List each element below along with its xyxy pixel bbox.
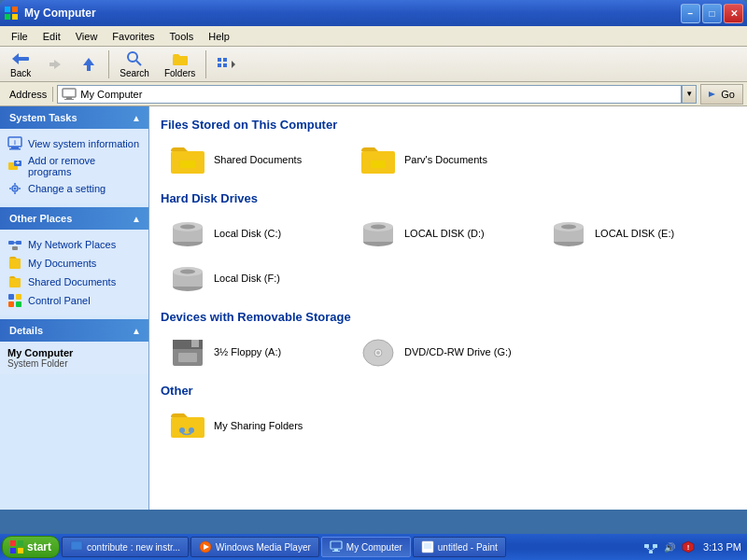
local-disk-d-item[interactable]: LOCAL DISK (D:) — [351, 213, 538, 254]
cdrom-icon — [359, 336, 397, 368]
cdrom-item[interactable]: DVD/CD-RW Drive (G:) — [351, 331, 538, 372]
search-icon — [125, 50, 144, 67]
shared-documents-icon — [169, 144, 206, 175]
menu-view[interactable]: View — [68, 29, 106, 44]
shared-documents-item[interactable]: Shared Documents — [161, 139, 347, 180]
local-disk-c-label: Local Disk (C:) — [214, 228, 281, 239]
title-bar: My Computer − □ ✕ — [0, 0, 747, 26]
menu-help[interactable]: Help — [201, 29, 237, 44]
sidebar-item-control-panel[interactable]: Control Panel — [4, 291, 145, 310]
sharing-folders-icon — [169, 410, 206, 441]
search-button[interactable]: Search — [113, 48, 156, 81]
svg-rect-82 — [331, 541, 342, 549]
details-section: Details ▲ My Computer System Folder — [0, 319, 148, 374]
menu-edit[interactable]: Edit — [35, 29, 68, 44]
stored-items-row: Shared Documents Parv's Documents — [161, 139, 736, 180]
sharing-folders-item[interactable]: My Sharing Folders — [161, 405, 347, 446]
svg-text:i: i — [14, 139, 16, 146]
svg-rect-87 — [644, 544, 649, 548]
other-places-header[interactable]: Other Places ▲ — [0, 207, 148, 230]
svg-rect-7 — [49, 63, 56, 66]
system-tasks-header[interactable]: System Tasks ▲ — [0, 106, 148, 129]
views-button[interactable] — [210, 53, 242, 76]
floppy-item[interactable]: 3½ Floppy (A:) — [161, 331, 347, 372]
add-remove-icon: + — [7, 159, 22, 174]
taskbar-btn-mediaplayer[interactable]: Windows Media Player — [190, 537, 319, 557]
svg-rect-13 — [218, 58, 221, 62]
local-disk-e-label: LOCAL DISK (E:) — [595, 228, 674, 239]
start-label: start — [27, 540, 51, 553]
taskbar-btn-contribute[interactable]: contribute : new instr... — [62, 537, 189, 557]
views-icon — [217, 56, 235, 73]
address-dropdown[interactable]: ▼ — [682, 85, 697, 104]
menu-tools[interactable]: Tools — [162, 29, 202, 44]
system-tasks-collapse-icon: ▲ — [132, 113, 141, 123]
svg-marker-17 — [232, 61, 235, 68]
local-disk-e-item[interactable]: LOCAL DISK (E:) — [542, 213, 728, 254]
svg-rect-68 — [178, 353, 197, 362]
settings-icon — [7, 181, 22, 196]
main-layout: System Tasks ▲ i View system information — [0, 106, 747, 510]
back-label: Back — [10, 68, 31, 78]
svg-rect-1 — [12, 7, 18, 12]
back-button[interactable]: Back — [4, 48, 37, 81]
svg-rect-18 — [63, 89, 76, 97]
toolbar-sep-1 — [108, 50, 109, 78]
sidebar-item-view-system[interactable]: i View system information — [4, 134, 145, 153]
address-input[interactable]: My Computer — [57, 85, 682, 104]
floppy-icon — [169, 336, 206, 368]
computer-small-icon — [62, 88, 77, 101]
sidebar-item-add-remove[interactable]: + Add or remove programs — [4, 153, 145, 179]
folders-button[interactable]: Folders — [158, 48, 202, 81]
svg-point-52 — [180, 225, 195, 230]
svg-text:+: + — [16, 159, 21, 167]
local-disk-c-item[interactable]: Local Disk (C:) — [161, 213, 347, 254]
svg-rect-3 — [12, 14, 18, 20]
details-collapse-icon: ▲ — [132, 326, 141, 336]
menu-file[interactable]: File — [4, 29, 35, 44]
close-button[interactable]: ✕ — [724, 4, 743, 23]
minimize-button[interactable]: − — [681, 4, 700, 23]
sidebar-item-shared-docs[interactable]: Shared Documents — [4, 273, 145, 291]
taskbar-btn-paint[interactable]: untitled - Paint — [413, 537, 506, 557]
svg-point-30 — [14, 188, 17, 190]
local-disk-f-label: Local Disk (F:) — [214, 273, 280, 284]
local-disk-f-item[interactable]: Local Disk (F:) — [161, 258, 347, 299]
window-icon — [4, 6, 19, 21]
svg-marker-8 — [83, 58, 94, 65]
add-remove-label: Add or remove programs — [28, 155, 141, 177]
go-button[interactable]: Go — [700, 84, 743, 105]
maximize-button[interactable]: □ — [702, 4, 722, 23]
start-button[interactable]: start — [2, 536, 60, 558]
other-items-row: My Sharing Folders — [161, 405, 736, 446]
forward-button[interactable] — [39, 53, 71, 76]
sidebar-item-network[interactable]: My Network Places — [4, 235, 145, 254]
toolbar: Back Search — [0, 47, 747, 82]
taskbar: start contribute : new instr... Windows … — [0, 534, 747, 560]
view-system-label: View system information — [28, 138, 139, 149]
svg-rect-44 — [16, 301, 21, 307]
svg-rect-41 — [8, 294, 14, 300]
content-area: Files Stored on This Computer Shared Doc… — [149, 106, 747, 510]
svg-rect-15 — [218, 63, 221, 67]
sidebar-item-change-setting[interactable]: Change a setting — [4, 179, 145, 198]
up-button[interactable] — [73, 53, 105, 76]
svg-rect-39 — [9, 259, 21, 269]
details-header[interactable]: Details ▲ — [0, 319, 148, 342]
svg-rect-86 — [424, 543, 431, 549]
menu-favorites[interactable]: Favorites — [105, 29, 162, 44]
svg-rect-75 — [10, 540, 16, 546]
svg-rect-43 — [8, 301, 14, 307]
media-player-icon — [199, 540, 212, 553]
parvs-documents-icon — [359, 144, 397, 175]
parvs-documents-item[interactable]: Parv's Documents — [351, 139, 538, 180]
contribute-icon — [70, 540, 83, 553]
svg-line-90 — [651, 548, 655, 551]
sharing-folders-label: My Sharing Folders — [214, 420, 303, 431]
svg-rect-5 — [18, 57, 29, 61]
paint-icon — [421, 540, 434, 553]
sidebar-item-my-documents[interactable]: My Documents — [4, 254, 145, 273]
taskbar-btn-mycomputer[interactable]: My Computer — [321, 537, 411, 557]
system-tasks-title: System Tasks — [9, 112, 78, 123]
my-documents-label: My Documents — [28, 258, 96, 269]
